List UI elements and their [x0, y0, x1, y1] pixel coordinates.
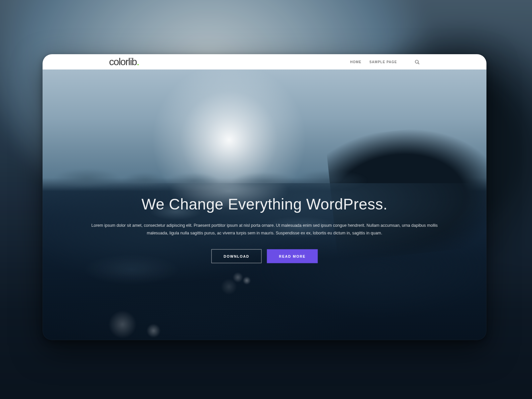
hero-title: We Change Everything WordPress.: [69, 195, 460, 213]
hero-section: We Change Everything WordPress. Lorem ip…: [43, 69, 486, 340]
nav-links: HOME SAMPLE PAGE: [350, 59, 420, 65]
hero-buttons: DOWNLOAD READ MORE: [69, 249, 460, 263]
svg-line-1: [418, 63, 419, 64]
svg-point-0: [415, 60, 418, 63]
read-more-button[interactable]: READ MORE: [267, 249, 318, 263]
hero-content: We Change Everything WordPress. Lorem ip…: [69, 195, 460, 263]
download-button[interactable]: DOWNLOAD: [211, 249, 262, 263]
logo-text: colorlib: [109, 56, 137, 67]
search-icon[interactable]: [414, 59, 420, 65]
navbar: colorlib. HOME SAMPLE PAGE: [43, 54, 486, 69]
logo-dot: .: [137, 56, 139, 67]
hero-subtitle: Lorem ipsum dolor sit amet, consectetur …: [88, 222, 441, 237]
site-logo[interactable]: colorlib.: [109, 57, 139, 67]
nav-link-sample-page[interactable]: SAMPLE PAGE: [369, 60, 397, 64]
site-window: colorlib. HOME SAMPLE PAGE We Change Eve…: [43, 54, 486, 340]
nav-link-home[interactable]: HOME: [350, 60, 361, 64]
